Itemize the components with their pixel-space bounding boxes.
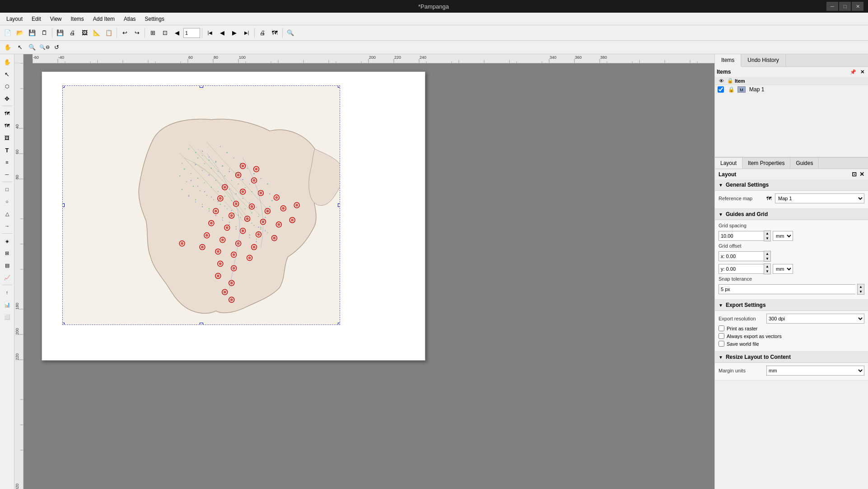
new-button[interactable]: 📄 — [2, 27, 14, 39]
add-pageframe-btn[interactable]: ⬜ — [1, 311, 13, 323]
first-page-button[interactable]: |◀ — [204, 27, 216, 39]
handle-top-right[interactable] — [338, 85, 340, 88]
grid-offset-unit-select[interactable]: mm cm px pt — [773, 264, 793, 274]
zoom-page-button[interactable]: ⊡ — [159, 27, 171, 39]
add-arrow-btn[interactable]: → — [1, 220, 13, 232]
print2-button[interactable]: 🖨 — [257, 27, 268, 39]
open-button[interactable]: 📂 — [14, 27, 26, 39]
menu-item-layout[interactable]: Layout — [2, 14, 27, 24]
tab-items[interactable]: Items — [715, 54, 741, 67]
add-legend-btn[interactable]: ≡ — [1, 156, 13, 168]
handle-bottom-right[interactable] — [338, 323, 340, 325]
snap-up[interactable]: ▲ — [858, 284, 864, 289]
save-world-file-checkbox[interactable] — [719, 341, 724, 347]
pan-left-btn[interactable]: ✋ — [1, 56, 13, 68]
grid-offset-x-down[interactable]: ▼ — [764, 256, 770, 261]
add-north-btn[interactable]: ↑ — [1, 287, 13, 298]
tree-row-map1[interactable]: 🔒 M Map 1 — [715, 85, 868, 94]
add-3dmap-btn[interactable]: 🗺 — [1, 120, 13, 132]
items-close-icon[interactable]: ✕ — [858, 68, 866, 76]
tab-item-properties[interactable]: Item Properties — [742, 158, 790, 169]
add-picture-btn[interactable]: 🖼 — [1, 132, 13, 144]
zoom-prev-button[interactable]: ◀ — [171, 27, 183, 39]
map1-lock-icon[interactable]: 🔒 — [727, 86, 736, 93]
grid-offset-x-up[interactable]: ▲ — [764, 251, 770, 256]
tab-guides[interactable]: Guides — [790, 158, 819, 169]
add-elevation-btn[interactable]: 📈 — [1, 272, 13, 283]
print-button[interactable]: 🖨 — [66, 27, 78, 39]
zoom-in-tool-btn[interactable]: 🔍 — [26, 42, 38, 53]
export-svg-button[interactable]: 📐 — [91, 27, 103, 39]
close-button[interactable]: ✕ — [852, 2, 863, 11]
snap-tolerance-input[interactable] — [719, 284, 855, 294]
atlas-button[interactable]: 🗺 — [269, 27, 280, 39]
zoom-magnify-button[interactable]: 🔍 — [285, 27, 296, 39]
grid-spacing-down[interactable]: ▼ — [764, 236, 770, 241]
save-as-button[interactable]: 💾 — [54, 27, 66, 39]
minimize-button[interactable]: ─ — [826, 2, 838, 11]
handle-bottom-left[interactable] — [62, 323, 65, 325]
menu-item-edit[interactable]: Edit — [27, 14, 46, 24]
menu-item-view[interactable]: View — [46, 14, 66, 24]
menu-item-atlas[interactable]: Atlas — [119, 14, 140, 24]
select-left-btn[interactable]: ↖ — [1, 68, 13, 80]
always-export-vectors-checkbox[interactable] — [719, 333, 724, 339]
grid-offset-y-down[interactable]: ▼ — [764, 269, 770, 274]
menu-item-items[interactable]: Items — [66, 14, 89, 24]
layout-close-icon[interactable]: ✕ — [859, 171, 864, 178]
last-page-button[interactable]: ▶| — [241, 27, 252, 39]
add-ellipse-btn[interactable]: ○ — [1, 196, 13, 207]
add-shape-btn[interactable]: □ — [1, 183, 13, 195]
zoom-full-button[interactable]: ⊞ — [147, 27, 159, 39]
next-page-button[interactable]: ▶ — [229, 27, 240, 39]
add-html-btn[interactable]: ◈ — [1, 235, 13, 247]
grid-spacing-input[interactable] — [719, 231, 764, 241]
tab-layout[interactable]: Layout — [715, 158, 742, 169]
items-pin-icon[interactable]: 📌 — [849, 68, 857, 76]
export-settings-header[interactable]: ▼ Export Settings — [715, 300, 868, 311]
margin-units-select[interactable]: mm cm px pt — [766, 366, 864, 376]
export-image-button[interactable]: 🖼 — [79, 27, 90, 39]
move-item-btn[interactable]: ✥ — [1, 93, 13, 104]
menu-item-add-item[interactable]: Add Item — [89, 14, 119, 24]
tab-undo-history[interactable]: Undo History — [741, 54, 785, 66]
canvas-viewport[interactable] — [33, 63, 714, 489]
duplicate-button[interactable]: 🗒 — [38, 27, 50, 39]
handle-mid-left[interactable] — [62, 203, 65, 207]
select-nodes-btn[interactable]: ⬡ — [1, 80, 13, 92]
save-button[interactable]: 💾 — [26, 27, 38, 39]
add-barchart-btn[interactable]: 📊 — [1, 299, 13, 310]
redo-button[interactable]: ↪ — [131, 27, 143, 39]
resize-layout-header[interactable]: ▼ Resize Layout to Content — [715, 352, 868, 363]
page-input[interactable] — [184, 28, 200, 38]
grid-offset-y-input[interactable] — [719, 264, 764, 274]
handle-top-left[interactable] — [62, 85, 65, 88]
map1-visibility-checkbox[interactable] — [718, 86, 724, 93]
pan-tool-btn[interactable]: ✋ — [2, 42, 14, 53]
export-pdf-button[interactable]: 📋 — [103, 27, 115, 39]
add-scalebar-btn[interactable]: ─ — [1, 169, 13, 180]
add-triangle-btn[interactable]: △ — [1, 208, 13, 220]
add-fixed-table-btn[interactable]: ▤ — [1, 259, 13, 271]
layout-resize-icon[interactable]: ⊡ — [852, 171, 857, 178]
handle-mid-right[interactable] — [338, 203, 340, 207]
grid-spacing-unit-select[interactable]: mm cm px pt — [773, 231, 793, 241]
export-resolution-select[interactable]: 72 dpi 96 dpi 150 dpi 200 dpi 300 dpi 40… — [766, 314, 864, 324]
print-raster-checkbox[interactable] — [719, 325, 724, 331]
handle-bottom-center[interactable] — [200, 323, 203, 325]
add-table-btn[interactable]: ⊞ — [1, 247, 13, 259]
grid-spacing-up[interactable]: ▲ — [764, 231, 770, 236]
general-settings-header[interactable]: ▼ General Settings — [715, 179, 868, 191]
refresh-btn[interactable]: ↺ — [51, 42, 62, 53]
snap-down[interactable]: ▼ — [858, 289, 864, 294]
handle-top-center[interactable] — [200, 85, 203, 88]
add-map-btn[interactable]: 🗺 — [1, 108, 13, 119]
map-frame[interactable] — [62, 85, 340, 325]
select-tool-btn[interactable]: ↖ — [14, 42, 26, 53]
undo-button[interactable]: ↩ — [119, 27, 131, 39]
grid-offset-x-input[interactable] — [719, 251, 764, 261]
restore-button[interactable]: □ — [839, 2, 851, 11]
guides-grid-header[interactable]: ▼ Guides and Grid — [715, 209, 868, 220]
menu-item-settings[interactable]: Settings — [140, 14, 169, 24]
grid-offset-y-up[interactable]: ▲ — [764, 264, 770, 269]
